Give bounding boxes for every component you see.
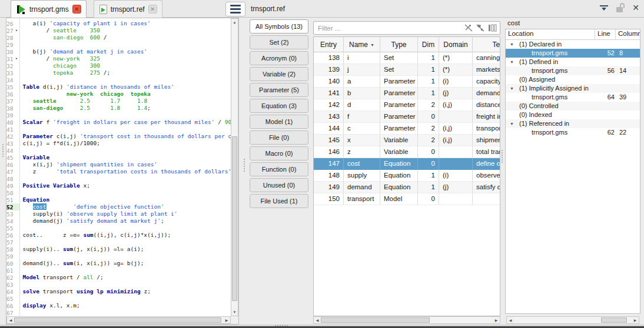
code-line[interactable] (22, 295, 231, 302)
code-line[interactable] (22, 76, 231, 83)
scroll-down-arrow-icon[interactable]: ▼ (231, 309, 238, 316)
reference-group-row[interactable]: ▼(1) Defined in (506, 58, 640, 66)
reference-tree-table[interactable]: LocationLineColumn ▼(1) Declared intrnsp… (505, 29, 640, 314)
code-line[interactable] (22, 126, 231, 133)
scrollbar-thumb[interactable] (601, 317, 627, 323)
code-line[interactable]: / new-york 325 (22, 55, 231, 62)
reference-location-row[interactable]: trnsport.gms6222 (506, 128, 640, 137)
symbol-filter-button-equation[interactable]: Equation (3) (250, 99, 308, 113)
code-line[interactable]: Equation (22, 196, 231, 203)
column-header-text[interactable]: Text (473, 37, 500, 52)
code-line[interactable] (22, 281, 231, 288)
code-line[interactable]: new-york chicago topeka (22, 91, 231, 98)
reference-location-row[interactable]: trnsport.gms528 (506, 49, 640, 58)
code-line[interactable]: cost 'define objective function' (22, 203, 231, 210)
table-row[interactable]: 148supplyEquation1(i)observe supply limi… (314, 170, 500, 182)
code-line[interactable]: demand(j).. sum(i, x(i,j)) =g= b(j); (22, 260, 231, 267)
code-line[interactable] (22, 225, 231, 232)
code-line[interactable]: Model transport / all /; (22, 274, 231, 281)
table-row[interactable]: 144cParameter2(i,j)transport cost in tho… (314, 123, 500, 135)
symbol-filter-button-all[interactable]: All Symbols (13) (250, 19, 308, 34)
table-row[interactable]: 149demandEquation1(j)satisfy demand at m… (314, 182, 500, 193)
code-line[interactable]: a(i) 'capacity of plant i in cases' (22, 20, 231, 27)
scroll-right-arrow-icon[interactable]: ▶ (223, 317, 230, 323)
expander-icon[interactable]: ▼ (510, 84, 514, 93)
reference-group-row[interactable]: ▼(1) Implicitly Assigned in (506, 84, 640, 93)
code-line[interactable]: solve transport using lp minimizing z; (22, 288, 231, 295)
code-line[interactable] (22, 267, 231, 274)
reference-table-header[interactable]: LocationLineColumn (506, 29, 640, 40)
symbol-filter-button-parameter[interactable]: Parameter (5) (250, 83, 308, 97)
code-line[interactable] (22, 239, 231, 246)
code-line[interactable]: Variable (22, 154, 231, 161)
fold-marker-icon[interactable]: ▾ (13, 28, 19, 33)
symbol-filter-button-file[interactable]: File Used (1) (250, 194, 308, 208)
editor-horizontal-scrollbar[interactable]: ◀ ▶ (6, 316, 231, 324)
code-line[interactable]: san-diego 600 / (22, 34, 231, 41)
code-line[interactable]: supply(i) 'observe supply limit at plant… (22, 210, 231, 217)
expander-icon[interactable]: ▼ (510, 58, 514, 66)
code-line[interactable] (22, 147, 231, 154)
reference-group-row[interactable]: (0) Indexed (506, 111, 640, 119)
table-row[interactable]: 140aParameter1(i)capacity of plant i in … (314, 76, 500, 88)
close-panel-icon[interactable]: ✕ (632, 3, 639, 12)
scroll-left-arrow-icon[interactable]: ◀ (507, 317, 514, 323)
table-row[interactable]: 145xVariable2(i,j)shipment quantities in… (314, 135, 500, 146)
code-line[interactable]: c(i,j) = f*d(i,j)/1000; (22, 140, 231, 147)
symbol-filter-button-model[interactable]: Model (1) (250, 115, 308, 129)
code-line[interactable]: san-diego 2.5 1.8 1.4; (22, 105, 231, 112)
code-line[interactable]: / seattle 350 (22, 27, 231, 34)
table-row[interactable]: 138iSet1(*)canning plants (314, 52, 500, 64)
code-line[interactable]: display x.l, x.m; (22, 302, 231, 309)
reference-location-row[interactable]: trnsport.gms6439 (506, 93, 640, 102)
code-line[interactable] (22, 41, 231, 48)
symbol-filter-button-file[interactable]: File (0) (250, 130, 308, 145)
code-line[interactable]: cost.. z =e= sum((i,j), c(i,j)*x(i,j)); (22, 232, 231, 239)
symbol-table[interactable]: EntryName▼TypeDimDomainText 138iSet1(*)c… (313, 36, 500, 316)
reference-group-row[interactable]: (0) Controlled (506, 102, 640, 111)
table-row[interactable]: 139jSet1(*)markets (314, 64, 500, 76)
column-header-type[interactable]: Type (380, 37, 418, 52)
code-line[interactable]: Positive Variable x; (22, 182, 231, 189)
code-line[interactable]: topeka 275 /; (22, 69, 231, 76)
tab-close-icon[interactable]: ✕ (148, 5, 157, 14)
code-line[interactable] (22, 253, 231, 260)
scroll-left-arrow-icon[interactable]: ◀ (314, 317, 321, 323)
filter-input[interactable]: Filter ... (318, 25, 462, 32)
table-row[interactable]: 150transportModel0 (314, 193, 500, 205)
reference-splitter-handle[interactable] (501, 150, 503, 163)
scrollbar-thumb[interactable] (14, 317, 221, 323)
select-columns-icon[interactable] (487, 24, 497, 32)
code-line[interactable]: z 'total transportation costs in thousan… (22, 168, 231, 175)
wildcard-filter-icon[interactable] (464, 24, 474, 32)
collapse-all-icon[interactable] (599, 3, 609, 12)
symbol-table-horizontal-scrollbar[interactable]: ◀ ▶ (313, 316, 500, 324)
column-header-entry[interactable]: Entry (314, 37, 344, 52)
tab-trnsport-ref[interactable]: trnsport.ref ✕ (94, 0, 162, 18)
hamburger-menu-button[interactable] (225, 2, 245, 16)
scroll-right-arrow-icon[interactable]: ▶ (632, 317, 639, 323)
reference-location-row[interactable]: trnsport.gms5614 (506, 66, 640, 75)
reference-group-row[interactable]: ▼(1) Declared in (506, 40, 640, 49)
table-row[interactable]: 146zVariable0total transportation costs … (314, 146, 500, 158)
code-line[interactable]: demand(j) 'satisfy demand at market j'; (22, 217, 231, 225)
column-header-domain[interactable]: Domain (439, 37, 473, 52)
code-line[interactable]: Scalar f 'freight in dollars per case pe… (22, 119, 231, 126)
symbol-filter-button-set[interactable]: Set (2) (250, 35, 308, 49)
symbol-filter-button-unused[interactable]: Unused (0) (250, 178, 308, 192)
symbol-filter-box[interactable]: Filter ... (313, 21, 500, 35)
left-splitter-handle[interactable] (2, 144, 4, 157)
code-line[interactable]: x(i,j) 'shipment quantities in cases' (22, 161, 231, 168)
code-line[interactable] (22, 309, 231, 316)
expander-icon[interactable]: ▼ (510, 40, 514, 49)
code-editor[interactable]: 2627▾28293031▾32333435363738394041424344… (6, 18, 239, 324)
ref-column-header-location[interactable]: Location (506, 29, 595, 40)
scrollbar-thumb[interactable] (321, 317, 430, 323)
symbol-table-header[interactable]: EntryName▼TypeDimDomainText (314, 37, 500, 52)
ref-column-header-line[interactable]: Line (595, 29, 616, 40)
code-line[interactable]: Parameter c(i,j) 'transport cost in thou… (22, 133, 231, 140)
table-row[interactable]: 147costEquation0define objective functio… (314, 158, 500, 170)
editor-vertical-scrollbar[interactable]: ▲ ▼ (231, 18, 238, 316)
symbol-filter-button-variable[interactable]: Variable (2) (250, 67, 308, 81)
code-line[interactable] (22, 189, 231, 196)
